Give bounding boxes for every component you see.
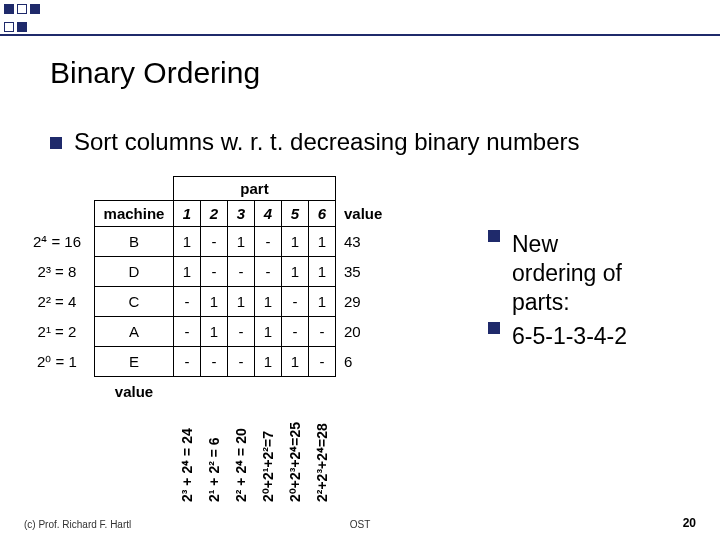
cell: 1	[201, 317, 228, 347]
column-values-row: value 2³ + 2⁴ = 24 2¹ + 2² = 6 2² + 2⁴ =…	[20, 377, 396, 498]
cell: -	[228, 257, 255, 287]
part-header: part	[174, 177, 336, 201]
machine-cell: C	[95, 287, 174, 317]
cell: -	[309, 347, 336, 377]
subtitle-text: Sort columns w. r. t. decreasing binary …	[74, 128, 580, 155]
cell: 1	[174, 227, 201, 257]
col-value: 2² + 2⁴ = 20	[233, 476, 249, 502]
cell: -	[228, 347, 255, 377]
col-value-label: value	[95, 377, 174, 498]
col-value: 2¹ + 2² = 6	[206, 476, 222, 502]
col-value: 2⁰+2³+2⁴=25	[287, 476, 303, 502]
row-value: 6	[336, 347, 397, 377]
cell: 1	[282, 347, 309, 377]
row-weight: 2⁰ = 1	[20, 347, 95, 377]
cell: 1	[228, 287, 255, 317]
cell: 1	[309, 257, 336, 287]
cell: 1	[255, 287, 282, 317]
col-value: 2³ + 2⁴ = 24	[179, 476, 195, 502]
slide-title: Binary Ordering	[50, 56, 260, 90]
cell: -	[255, 227, 282, 257]
row-value: 35	[336, 257, 397, 287]
cell: -	[201, 347, 228, 377]
machine-header: machine	[95, 201, 174, 227]
side-text: parts:	[512, 289, 570, 315]
cell: 1	[228, 227, 255, 257]
ordering-table: part machine 1 2 3 4 5 6 value 2⁴ = 16 B…	[20, 176, 396, 497]
cell: 1	[282, 227, 309, 257]
side-text: 6-5-1-3-4-2	[512, 322, 627, 351]
cell: -	[228, 317, 255, 347]
part-col-5: 5	[282, 201, 309, 227]
cell: 1	[282, 257, 309, 287]
table-row: 2¹ = 2 A - 1 - 1 - - 20	[20, 317, 396, 347]
table-row: 2⁴ = 16 B 1 - 1 - 1 1 43	[20, 227, 396, 257]
col-value: 2²+2³+2⁴=28	[314, 476, 330, 502]
machine-cell: E	[95, 347, 174, 377]
part-col-3: 3	[228, 201, 255, 227]
cell: 1	[255, 317, 282, 347]
table-row: 2⁰ = 1 E - - - 1 1 - 6	[20, 347, 396, 377]
cell: -	[174, 287, 201, 317]
corner-decoration	[0, 0, 40, 14]
footer-page-number: 20	[683, 516, 696, 530]
col-value: 2⁰+2¹+2²=7	[260, 476, 276, 502]
side-notes: New ordering of parts: 6-5-1-3-4-2	[488, 230, 708, 351]
value-header: value	[336, 201, 397, 227]
cell: -	[309, 317, 336, 347]
row-weight: 2¹ = 2	[20, 317, 95, 347]
machine-cell: B	[95, 227, 174, 257]
part-col-1: 1	[174, 201, 201, 227]
cell: 1	[174, 257, 201, 287]
footer-center: OST	[0, 519, 720, 530]
bullet-icon	[488, 230, 500, 242]
cell: -	[201, 227, 228, 257]
cell: -	[282, 287, 309, 317]
part-col-2: 2	[201, 201, 228, 227]
cell: 1	[255, 347, 282, 377]
row-weight: 2² = 4	[20, 287, 95, 317]
part-col-6: 6	[309, 201, 336, 227]
cell: 1	[309, 227, 336, 257]
cell: -	[201, 257, 228, 287]
cell: -	[174, 347, 201, 377]
table-row: 2³ = 8 D 1 - - - 1 1 35	[20, 257, 396, 287]
header-rule	[0, 34, 720, 36]
side-text: ordering of	[512, 260, 622, 286]
machine-cell: D	[95, 257, 174, 287]
cell: 1	[201, 287, 228, 317]
cell: 1	[309, 287, 336, 317]
bullet-icon	[50, 137, 62, 149]
bullet-icon	[488, 322, 500, 334]
cell: -	[174, 317, 201, 347]
row-value: 29	[336, 287, 397, 317]
cell: -	[282, 317, 309, 347]
row-weight: 2³ = 8	[20, 257, 95, 287]
row-value: 20	[336, 317, 397, 347]
part-col-4: 4	[255, 201, 282, 227]
row-weight: 2⁴ = 16	[20, 227, 95, 257]
slide-subtitle: Sort columns w. r. t. decreasing binary …	[50, 128, 700, 156]
side-text: New	[512, 231, 558, 257]
cell: -	[255, 257, 282, 287]
table-row: 2² = 4 C - 1 1 1 - 1 29	[20, 287, 396, 317]
corner-decoration-2	[0, 18, 27, 32]
row-value: 43	[336, 227, 397, 257]
machine-cell: A	[95, 317, 174, 347]
